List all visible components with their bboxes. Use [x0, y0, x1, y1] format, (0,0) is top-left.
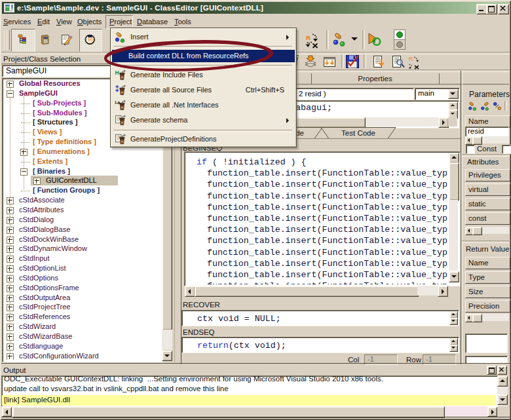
tree-item-selected[interactable]: GUIContextDLL — [3, 176, 161, 186]
tree-expander[interactable] — [7, 81, 14, 88]
tree-item[interactable]: cStdOutputArea — [3, 294, 161, 303]
code-scroll-track[interactable] — [449, 200, 458, 271]
tree-expander[interactable] — [7, 246, 14, 253]
ta-hscroll-right[interactable] — [438, 117, 449, 128]
output-line-1[interactable]: ODC_Executable GUIContextDLL: linking ..… — [4, 375, 383, 383]
traffic-toggle-icon[interactable] — [392, 29, 406, 49]
tree-item[interactable]: cStdDialog — [3, 216, 161, 225]
resource-gen-run-icon[interactable]: R — [305, 31, 320, 48]
param-name-hscroll[interactable] — [465, 136, 509, 143]
tree-expander[interactable] — [7, 227, 14, 234]
const-checkbox[interactable] — [466, 145, 475, 154]
const-checkbox-2[interactable] — [502, 145, 511, 154]
tree-item[interactable]: cStdAssociate — [3, 196, 161, 206]
insert-balls-toolbar-icon[interactable] — [333, 32, 349, 48]
output-hscroll-right[interactable] — [487, 407, 497, 417]
doc-download-icon[interactable] — [372, 55, 387, 69]
tree-scroll-down-button[interactable] — [162, 351, 172, 361]
tree-expander[interactable] — [7, 207, 14, 214]
tree-expander[interactable] — [7, 353, 14, 360]
endseq-spin-down[interactable] — [449, 345, 458, 352]
tree-expander[interactable] — [7, 285, 14, 292]
toolbar-edit-icon[interactable] — [61, 34, 73, 45]
ret-name[interactable]: Name — [465, 257, 510, 269]
tree-expander[interactable] — [33, 178, 41, 185]
tree-item[interactable]: [ Function Groups ] — [3, 186, 161, 196]
tree-expander[interactable] — [7, 324, 14, 331]
attr-hscroll[interactable] — [465, 227, 509, 234]
output-scroll-up[interactable] — [497, 376, 508, 387]
attr-const[interactable]: const — [465, 212, 510, 225]
grid-generate-icon[interactable] — [322, 55, 337, 69]
tree-expander[interactable] — [7, 90, 14, 98]
tree-item[interactable]: cStdReferences — [3, 313, 161, 322]
tree-expander[interactable] — [7, 197, 14, 204]
tree-item[interactable]: [ Enumerations ] — [3, 147, 161, 157]
code-hscroll-left[interactable] — [185, 286, 195, 297]
tree-expander[interactable] — [7, 237, 14, 244]
attr-static[interactable]: static — [465, 198, 510, 210]
menu-item-generate-projdef[interactable]: GenerateProjectDefinitions — [112, 132, 295, 147]
main-combo-dropdown[interactable] — [448, 89, 459, 99]
resource-gen-icon-2[interactable]: R — [407, 55, 422, 69]
tree-expander[interactable] — [7, 256, 14, 263]
doc-search-icon[interactable] — [391, 55, 406, 69]
code-scroll-thumb[interactable] — [449, 162, 459, 200]
params-extra-field[interactable] — [465, 334, 508, 353]
param-icon-2[interactable] — [480, 102, 490, 111]
tree-item[interactable]: cStdOptionsFrame — [3, 284, 161, 294]
run-refresh-icon[interactable] — [367, 32, 384, 48]
tree-item[interactable]: cStdlanguage — [3, 342, 161, 352]
param-icon-3[interactable] — [493, 102, 502, 111]
menu-item-insert[interactable]: Insert — [112, 30, 295, 45]
stack-generate-icon[interactable] — [303, 55, 318, 69]
attr-virtual[interactable]: virtual — [465, 183, 510, 196]
param-name-field[interactable]: resid — [465, 126, 509, 137]
save-generate-icon[interactable] — [345, 54, 360, 69]
close-button[interactable] — [498, 4, 509, 14]
menu-item-generate-schema[interactable]: Generate schema — [112, 113, 295, 128]
recover-spin-down[interactable] — [449, 318, 458, 325]
code-hscroll-track[interactable] — [417, 286, 438, 296]
output-scroll-down[interactable] — [497, 394, 508, 405]
tree-item[interactable]: cStdDockWinBase — [3, 235, 161, 245]
ret-type[interactable]: Type — [465, 271, 510, 284]
return-hscroll[interactable] — [465, 314, 509, 321]
tree-item[interactable]: cStdDialogBase — [3, 225, 161, 235]
tree-expander[interactable] — [7, 275, 14, 282]
attr-hscroll-thumb[interactable] — [472, 227, 482, 235]
tree-expander[interactable] — [7, 304, 14, 311]
code-scroll-down[interactable] — [449, 271, 459, 282]
code-scroll-up[interactable] — [449, 153, 459, 163]
output-close-button[interactable] — [497, 366, 507, 375]
param-icon-1[interactable] — [468, 102, 478, 111]
tree-expander[interactable] — [7, 295, 14, 302]
tree-expander[interactable] — [7, 265, 14, 273]
tree-expander[interactable] — [7, 343, 14, 351]
tree-item[interactable]: cStdWizard — [3, 322, 161, 332]
tree-item[interactable]: cStdDynamicWindow — [3, 244, 161, 254]
tree-item[interactable]: cStdProjectTree — [3, 303, 161, 313]
insert-dropdown-arrow[interactable] — [351, 37, 358, 41]
attr-privileges[interactable]: Privileges — [465, 169, 510, 181]
tree-expander[interactable] — [7, 334, 14, 341]
menu-item-build-context-dll[interactable]: Build context DLL from ResourceRefs — [112, 50, 295, 62]
tab-test-code[interactable]: Test Code — [321, 129, 396, 137]
tree-scroll-track[interactable] — [162, 330, 172, 350]
output-line-2[interactable]: update call to vsvars32.bat in vslink_cp… — [4, 385, 229, 392]
tree-item[interactable]: cStdOptionList — [3, 264, 161, 274]
code-hscroll-right[interactable] — [438, 286, 448, 297]
ret-size[interactable]: Size — [465, 286, 510, 298]
menu-item-generate-source[interactable]: Generate all Source Files Ctrl+Shift+S — [112, 83, 295, 98]
ret-precision[interactable]: Precision — [465, 300, 510, 313]
output-float-button[interactable] — [487, 366, 497, 375]
toolbar-gripper[interactable] — [7, 30, 10, 50]
tree-expander[interactable] — [7, 217, 14, 224]
return-hscroll-thumb[interactable] — [472, 314, 482, 322]
tree-item[interactable]: cStdAttributes — [3, 206, 161, 216]
toolbar-book-icon[interactable] — [39, 34, 50, 45]
code-hscroll-thumb[interactable] — [195, 286, 419, 297]
tree-expander[interactable] — [7, 314, 14, 321]
tab-properties[interactable]: Properties — [311, 75, 439, 83]
tree-item[interactable]: cStdWizardBase — [3, 332, 161, 342]
